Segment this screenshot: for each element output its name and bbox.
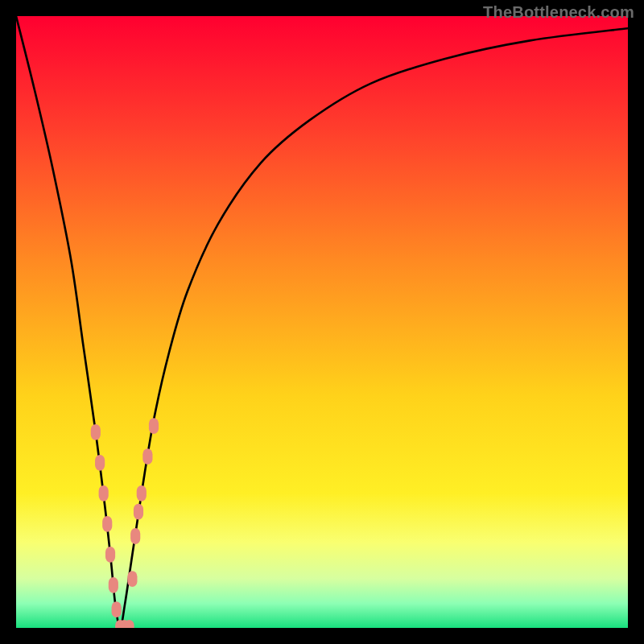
- plot-area: [16, 16, 628, 628]
- curve-marker: [102, 516, 112, 532]
- bottleneck-curve: [16, 16, 628, 628]
- curve-markers: [91, 418, 159, 628]
- curve-marker: [91, 424, 101, 440]
- curve-marker: [105, 547, 115, 563]
- outer-black-frame: TheBottleneck.com: [0, 0, 644, 644]
- curve-marker: [95, 455, 105, 471]
- curve-marker: [134, 504, 143, 520]
- curve-marker: [137, 485, 147, 502]
- curve-marker: [127, 571, 137, 587]
- curve-marker: [112, 601, 122, 617]
- curve-marker: [149, 418, 159, 434]
- curve-marker: [99, 485, 109, 502]
- curve-marker: [109, 577, 118, 593]
- watermark-text: TheBottleneck.com: [483, 3, 634, 22]
- curve-marker: [142, 448, 152, 464]
- curve-marker: [130, 528, 140, 544]
